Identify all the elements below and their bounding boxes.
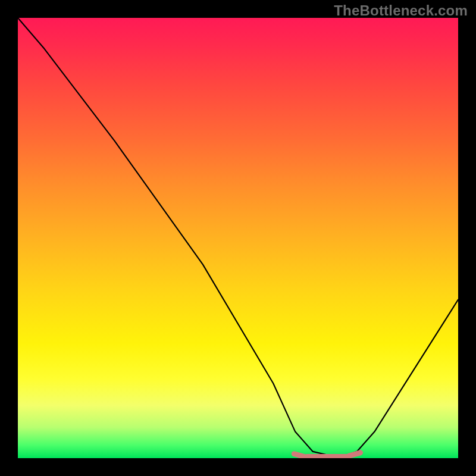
watermark-text: TheBottleneck.com: [334, 2, 468, 19]
bottleneck-curve: [18, 18, 458, 458]
curve-path: [18, 18, 458, 458]
plot-area: [18, 18, 458, 458]
chart-frame: TheBottleneck.com: [0, 0, 476, 476]
optimal-segment-2: [305, 454, 350, 458]
